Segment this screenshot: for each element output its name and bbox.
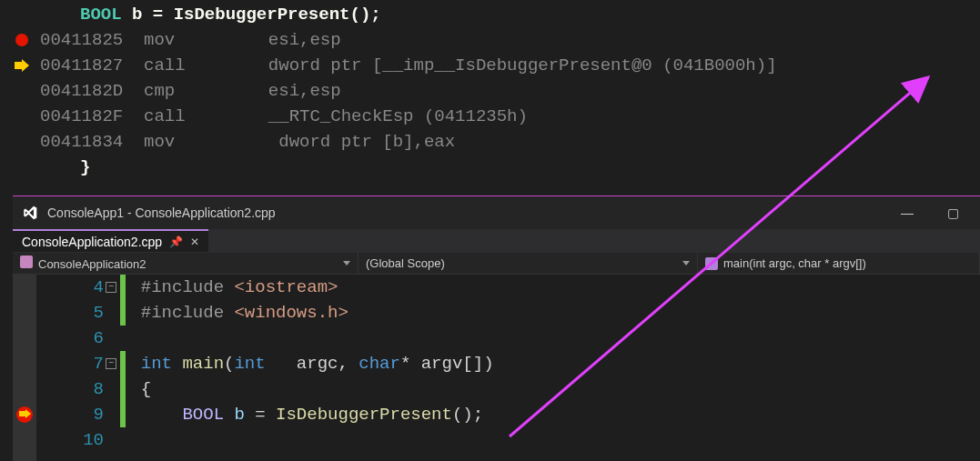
gutter [0,53,40,78]
code-line[interactable]: #include <windows.h> [120,300,980,326]
navigation-bar: ConsoleApplication2 (Global Scope) main(… [13,253,980,275]
code-area[interactable]: − #include <iostream> #include <windows.… [120,275,980,461]
maximize-button[interactable]: ▢ [935,205,971,220]
code-line[interactable]: − #include <iostream> [120,275,980,300]
code-line[interactable]: − int main(int argc, char* argv[]) [120,351,980,376]
fold-icon[interactable]: − [106,282,116,293]
line-number: 8 [36,376,104,402]
line-number: 7 [36,351,104,376]
tab-label: ConsoleApplication2.cpp [22,235,162,249]
close-icon[interactable]: ✕ [190,236,199,248]
change-bar [120,300,126,326]
line-number: 10 [36,427,104,453]
line-number: 4 [36,275,104,300]
gutter [0,27,40,53]
disasm-source-line: BOOL b = IsDebuggerPresent(); [0,2,980,27]
change-bar [120,376,126,402]
code-line[interactable] [120,326,980,351]
vs-window: ConsoleApp1 - ConsoleApplication2.cpp — … [13,195,980,461]
vs-logo-icon [22,205,38,221]
tabstrip: ConsoleApplication2.cpp 📌 ✕ [13,229,980,253]
code-line[interactable] [120,427,980,453]
code-editor[interactable]: 45678910 − #include <iostream> #include … [13,275,980,461]
function-icon [705,257,718,270]
nav-function-dropdown[interactable]: main(int argc, char * argv[]) [698,253,980,274]
project-icon [20,256,33,268]
disasm-row: 0041182D cmp esi,esp [0,78,980,104]
disasm-brace: } [0,155,980,180]
line-number: 5 [36,300,104,326]
pin-icon[interactable]: 📌 [169,236,183,248]
chevron-down-icon [343,261,350,266]
breakpoint-icon[interactable] [15,34,28,46]
fold-icon[interactable]: − [106,358,116,369]
code-line[interactable]: BOOL b = IsDebuggerPresent(); [120,402,980,427]
disassembly-panel: BOOL b = IsDebuggerPresent(); 00411825 m… [0,0,980,180]
tab-active[interactable]: ConsoleApplication2.cpp 📌 ✕ [13,229,208,252]
change-bar [120,351,126,376]
nav-project-dropdown[interactable]: ConsoleApplication2 [13,253,359,274]
window-title: ConsoleApp1 - ConsoleApplication2.cpp [47,205,276,220]
minimize-button[interactable]: — [889,205,925,220]
nav-scope-dropdown[interactable]: (Global Scope) [359,253,698,274]
line-number: 6 [36,326,104,351]
breakpoint-current-icon[interactable] [16,406,33,423]
disasm-row: 00411834 mov dword ptr [b],eax [0,129,980,155]
glyph-margin[interactable] [13,275,36,461]
titlebar[interactable]: ConsoleApp1 - ConsoleApplication2.cpp — … [13,196,980,229]
line-number: 9 [36,402,104,427]
change-bar [120,402,126,427]
disasm-row: 00411827 call dword ptr [__imp__IsDebugg… [0,53,980,78]
disasm-row: 0041182F call __RTC_CheckEsp (0411235h) [0,104,980,129]
disasm-row: 00411825 mov esi,esp [0,27,980,53]
change-bar [120,275,126,300]
chevron-down-icon [682,261,690,266]
code-line[interactable]: { [120,376,980,402]
